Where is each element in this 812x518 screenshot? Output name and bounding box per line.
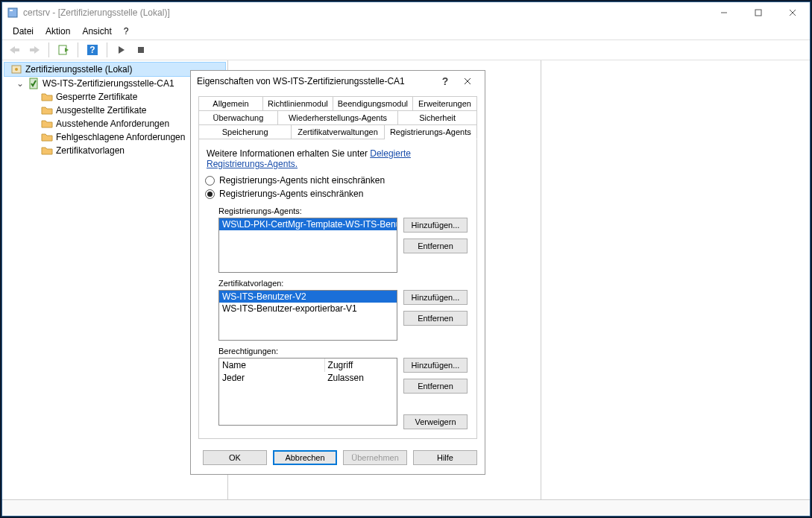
- forward-icon[interactable]: [26, 42, 43, 58]
- templates-remove-button[interactable]: Entfernen: [403, 311, 468, 326]
- info-text: Weitere Informationen erhalten Sie unter…: [205, 145, 470, 174]
- tab-sicherheit[interactable]: Sicherheit: [398, 111, 477, 125]
- svg-point-17: [15, 68, 18, 71]
- cancel-button[interactable]: Abbrechen: [273, 450, 337, 465]
- tab-zertifikatverwaltungen[interactable]: Zertifikatverwaltungen: [292, 125, 384, 139]
- menu-help[interactable]: ?: [118, 25, 135, 38]
- agents-remove-button[interactable]: Entfernen: [403, 239, 468, 253]
- radio-icon: [205, 189, 215, 199]
- folder-icon: [41, 118, 53, 130]
- folder-icon: [41, 104, 53, 116]
- list-item[interactable]: WS-ITS-Benutzer-exportierbar-V1: [219, 303, 397, 315]
- expand-toggle-icon[interactable]: ⌄: [16, 78, 25, 89]
- tab-richtlinienmodul[interactable]: Richtlinienmodul: [263, 96, 333, 111]
- folder-icon: [41, 91, 53, 103]
- perm-deny-button[interactable]: Verweigern: [403, 414, 468, 429]
- templates-listbox[interactable]: WS-ITS-Benutzer-V2 WS-ITS-Benutzer-expor…: [218, 290, 397, 341]
- svg-rect-15: [138, 47, 144, 53]
- ca-icon: [28, 78, 40, 89]
- perm-access: Zulassen: [324, 372, 397, 384]
- svg-marker-8: [34, 46, 40, 54]
- window-titlebar: certsrv - [Zertifizierungsstelle (Lokal)…: [2, 2, 810, 23]
- list-item[interactable]: WS\LD-PKI-CertMgr-Template-WS-ITS-Benutz…: [219, 218, 397, 230]
- apply-button[interactable]: Übernehmen: [343, 450, 407, 465]
- permissions-label: Berechtigungen:: [218, 347, 470, 356]
- radio-label: Registrierungs-Agents einschränken: [219, 189, 363, 199]
- info-prefix: Weitere Informationen erhalten Sie unter: [207, 148, 370, 159]
- menu-bar: Datei Aktion Ansicht ?: [2, 23, 810, 40]
- menu-view[interactable]: Ansicht: [76, 25, 117, 38]
- tab-allgemein[interactable]: Allgemein: [198, 96, 263, 111]
- permissions-header: Name Zugriff: [218, 358, 397, 372]
- agents-add-button[interactable]: Hinzufügen...: [403, 218, 468, 233]
- tab-erweiterungen[interactable]: Erweiterungen: [413, 96, 477, 111]
- tab-ueberwachung[interactable]: Überwachung: [198, 111, 278, 125]
- svg-rect-1: [10, 10, 13, 11]
- refresh-icon[interactable]: [55, 42, 72, 58]
- stop-icon[interactable]: [133, 42, 149, 58]
- play-icon[interactable]: [113, 42, 130, 58]
- menu-action[interactable]: Aktion: [40, 25, 76, 38]
- svg-marker-14: [119, 46, 125, 54]
- help-icon[interactable]: ?: [84, 42, 101, 58]
- dialog-titlebar: Eigenschaften von WS-ITS-Zertifizierungs…: [191, 71, 485, 92]
- perm-remove-button[interactable]: Entfernen: [403, 379, 468, 394]
- dialog-title: Eigenschaften von WS-ITS-Zertifizierungs…: [197, 76, 434, 86]
- list-item[interactable]: WS-ITS-Benutzer-V2: [219, 291, 397, 303]
- tab-registrierungs-agents[interactable]: Registrierungs-Agents: [385, 125, 477, 139]
- permissions-listbox[interactable]: Jeder Zulassen: [218, 372, 397, 426]
- minimize-button[interactable]: [707, 2, 741, 23]
- perm-col-name: Name: [219, 359, 325, 372]
- radio-icon: [205, 176, 215, 186]
- svg-rect-0: [8, 8, 17, 17]
- dialog-close-icon[interactable]: [456, 72, 479, 90]
- status-bar: [2, 499, 810, 516]
- maximize-button[interactable]: [741, 2, 775, 23]
- cert-root-icon: [10, 63, 22, 75]
- tree-child-label: Ausstehende Anforderungen: [56, 119, 169, 129]
- templates-label: Zertifikatvorlagen:: [218, 279, 470, 288]
- back-icon[interactable]: [7, 42, 23, 58]
- tree-child-label: Ausgestellte Zertifikate: [56, 105, 146, 116]
- agents-listbox[interactable]: WS\LD-PKI-CertMgr-Template-WS-ITS-Benutz…: [218, 218, 397, 273]
- svg-text:?: ?: [89, 45, 95, 55]
- svg-rect-3: [755, 10, 761, 16]
- templates-add-button[interactable]: Hinzufügen...: [403, 290, 468, 305]
- tab-beendigungsmodul[interactable]: Beendigungsmodul: [333, 96, 413, 111]
- perm-col-access: Zugriff: [325, 359, 397, 372]
- tree-child-label: Zertifikatvorlagen: [56, 145, 125, 156]
- tab-speicherung[interactable]: Speicherung: [198, 125, 292, 139]
- tab-panel: Weitere Informationen erhalten Sie unter…: [198, 139, 477, 439]
- tree-ca-label: WS-ITS-Zertifizierungsstelle-CA1: [43, 78, 174, 89]
- menu-file[interactable]: Datei: [7, 25, 40, 38]
- radio-label: Registrierungs-Agents nicht einschränken: [219, 175, 385, 186]
- table-row[interactable]: Jeder Zulassen: [219, 372, 397, 384]
- dialog-help-icon[interactable]: ?: [434, 72, 456, 90]
- folder-icon: [41, 145, 53, 157]
- properties-dialog: Eigenschaften von WS-ITS-Zertifizierungs…: [190, 70, 485, 475]
- svg-rect-7: [15, 48, 19, 51]
- perm-add-button[interactable]: Hinzufügen...: [403, 358, 468, 373]
- tab-wiederherstellungs-agents[interactable]: Wiederherstellungs-Agents: [278, 111, 398, 125]
- ok-button[interactable]: OK: [203, 450, 267, 465]
- agents-label: Registrierungs-Agents:: [218, 206, 470, 215]
- close-button[interactable]: [775, 2, 810, 23]
- radio-not-restrict[interactable]: Registrierungs-Agents nicht einschränken: [205, 174, 470, 187]
- window-title: certsrv - [Zertifizierungsstelle (Lokal)…: [23, 7, 707, 18]
- svg-marker-6: [10, 46, 15, 54]
- app-icon: [7, 7, 19, 19]
- radio-restrict[interactable]: Registrierungs-Agents einschränken: [205, 187, 470, 200]
- folder-icon: [41, 131, 53, 143]
- svg-rect-9: [30, 48, 34, 51]
- tree-child-label: Gesperrte Zertifikate: [56, 92, 137, 102]
- tree-child-label: Fehlgeschlagene Anforderungen: [56, 132, 185, 142]
- tree-root-label: Zertifizierungsstelle (Lokal): [25, 64, 132, 75]
- perm-name: Jeder: [219, 372, 324, 384]
- help-button[interactable]: Hilfe: [413, 450, 477, 465]
- toolbar: ?: [2, 40, 810, 60]
